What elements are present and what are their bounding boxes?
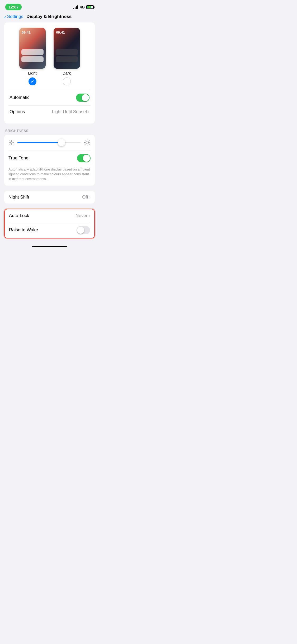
- true-tone-toggle-thumb: [83, 155, 90, 162]
- auto-lock-highlighted-card: Auto-Lock Never › Raise to Wake: [4, 209, 95, 238]
- raise-to-wake-label: Raise to Wake: [9, 227, 38, 233]
- status-time: 12:07: [5, 4, 22, 10]
- true-tone-toggle[interactable]: [77, 154, 91, 162]
- night-shift-label: Night Shift: [8, 195, 29, 200]
- automatic-toggle-thumb: [82, 94, 89, 101]
- signal-bar-1: [73, 8, 74, 9]
- status-bar: 12:07 4G ⚡: [0, 0, 99, 12]
- sun-small-icon: [8, 140, 14, 145]
- night-shift-card[interactable]: Night Shift Off ›: [4, 191, 95, 204]
- night-shift-chevron-icon: ›: [89, 195, 91, 200]
- true-tone-row: True Tone: [4, 150, 95, 166]
- check-icon: ✓: [31, 79, 34, 84]
- nav-header: ‹ Settings Display & Brightness: [0, 12, 99, 22]
- svg-line-7: [13, 141, 13, 141]
- sun-large-icon: [84, 139, 91, 146]
- light-time-bar: 09:41: [19, 28, 46, 36]
- raise-to-wake-row: Raise to Wake: [5, 222, 94, 238]
- appearance-option-light[interactable]: 09:41 Light ✓: [19, 28, 46, 85]
- signal-bar-2: [75, 7, 76, 9]
- signal-bar-3: [76, 6, 77, 9]
- light-widget-2: [21, 56, 44, 62]
- svg-line-5: [10, 141, 10, 141]
- back-label: Settings: [7, 14, 23, 19]
- light-widget-1: [21, 49, 44, 55]
- svg-line-16: [89, 140, 89, 141]
- dark-preview: 09:41: [54, 28, 80, 69]
- dark-widgets: [56, 49, 78, 63]
- svg-point-0: [10, 141, 12, 143]
- light-preview: 09:41: [19, 28, 46, 69]
- brightness-slider-fill: [17, 142, 62, 143]
- battery-icon: ⚡: [86, 5, 94, 9]
- automatic-label: Automatic: [10, 95, 30, 100]
- page-title: Display & Brightness: [26, 14, 72, 19]
- back-chevron-icon: ‹: [4, 14, 6, 19]
- auto-lock-row[interactable]: Auto-Lock Never ›: [5, 209, 94, 222]
- automatic-row: Automatic: [10, 90, 89, 105]
- dark-time-bar: 09:41: [54, 28, 80, 36]
- appearance-card: 09:41 Light ✓ 09:41: [4, 22, 95, 123]
- brightness-slider-thumb[interactable]: [58, 139, 65, 146]
- light-time: 09:41: [22, 30, 31, 34]
- svg-line-14: [85, 140, 85, 141]
- home-bar: [32, 246, 67, 247]
- back-button[interactable]: ‹ Settings: [4, 14, 23, 19]
- brightness-slider-row: [4, 135, 95, 150]
- light-label: Light: [28, 71, 37, 75]
- options-value-container: Light Until Sunset ›: [52, 109, 89, 114]
- dark-widget-1: [56, 49, 78, 55]
- dark-widget-2: [56, 56, 78, 62]
- automatic-toggle[interactable]: [76, 94, 89, 102]
- brightness-section-label: BRIGHTNESS: [4, 129, 95, 133]
- night-shift-row: Night Shift Off ›: [4, 191, 95, 204]
- dark-selection-indicator: [63, 77, 71, 85]
- night-shift-value: Off: [82, 195, 88, 200]
- main-content: 09:41 Light ✓ 09:41: [0, 22, 99, 238]
- battery-bolt: ⚡: [88, 6, 91, 8]
- svg-line-15: [89, 144, 89, 145]
- raise-to-wake-toggle-thumb: [77, 227, 84, 234]
- options-chevron-icon: ›: [88, 109, 89, 114]
- options-row[interactable]: Options Light Until Sunset ›: [10, 105, 89, 118]
- auto-lock-value: Never: [76, 213, 87, 218]
- status-right: 4G ⚡: [73, 5, 94, 9]
- svg-line-8: [10, 144, 10, 144]
- auto-lock-label: Auto-Lock: [9, 213, 29, 218]
- svg-line-6: [13, 144, 13, 144]
- true-tone-label: True Tone: [8, 155, 29, 161]
- options-label: Options: [10, 109, 25, 114]
- signal-bars: [73, 5, 78, 9]
- appearance-options: 09:41 Light ✓ 09:41: [10, 28, 89, 85]
- svg-point-9: [86, 141, 89, 144]
- dark-label: Dark: [63, 71, 71, 75]
- light-widgets: [21, 49, 44, 63]
- signal-bar-4: [77, 5, 78, 9]
- brightness-slider-track[interactable]: [17, 142, 81, 143]
- auto-lock-chevron-icon: ›: [89, 213, 90, 218]
- night-shift-value-container: Off ›: [82, 195, 91, 200]
- light-selection-indicator: ✓: [29, 77, 36, 85]
- svg-line-17: [85, 144, 85, 145]
- raise-to-wake-toggle[interactable]: [77, 226, 90, 234]
- brightness-card: True Tone Automatically adapt iPhone dis…: [4, 135, 95, 186]
- auto-lock-value-container: Never ›: [76, 213, 90, 218]
- true-tone-description: Automatically adapt iPhone display based…: [4, 166, 95, 186]
- options-value: Light Until Sunset: [52, 109, 87, 114]
- network-label: 4G: [80, 5, 85, 9]
- home-indicator: [0, 244, 99, 252]
- dark-time: 09:41: [56, 30, 65, 34]
- appearance-option-dark[interactable]: 09:41 Dark: [54, 28, 80, 85]
